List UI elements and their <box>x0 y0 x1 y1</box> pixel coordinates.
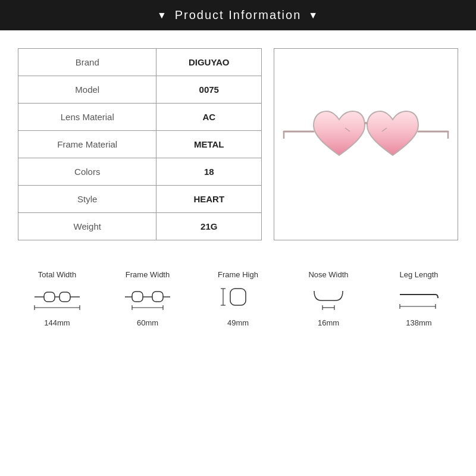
dim-total-width: Total Width 144mm <box>33 270 81 327</box>
table-cell-value: HEART <box>156 186 262 213</box>
table-cell-label: Frame Material <box>18 131 156 158</box>
dim-frame-width-icon <box>124 284 171 314</box>
dim-leg-length-value: 138mm <box>406 318 431 327</box>
dim-total-width-icon <box>33 284 81 314</box>
page-header: ▼ Product Information ▼ <box>0 0 476 30</box>
table-row: Model 0075 <box>18 76 262 104</box>
table-cell-label: Brand <box>18 49 156 76</box>
table-row: Style HEART <box>18 186 262 213</box>
dim-frame-width-label: Frame Width <box>126 270 170 279</box>
table-cell-label: Lens Material <box>18 104 156 131</box>
table-row: Brand DIGUYAO <box>18 49 262 76</box>
dim-nose-width: Nose Width 16mm <box>305 270 352 327</box>
header-title: Product Information <box>175 8 302 22</box>
header-triangle-right: ▼ <box>308 10 319 21</box>
header-triangle-left: ▼ <box>157 10 168 21</box>
table-cell-label: Style <box>18 186 156 213</box>
table-cell-value: 21G <box>156 213 262 240</box>
table-cell-label: Model <box>18 76 156 104</box>
product-info-table: Brand DIGUYAO Model 0075 Lens Material A… <box>18 48 262 240</box>
table-cell-value: AC <box>156 104 262 131</box>
dim-leg-length-label: Leg Length <box>399 270 438 279</box>
svg-rect-13 <box>132 292 143 302</box>
table-row: Frame Material METAL <box>18 131 262 158</box>
product-image <box>283 85 449 204</box>
dim-nose-width-label: Nose Width <box>308 270 348 279</box>
dim-leg-length-icon <box>395 284 443 314</box>
dim-nose-width-icon <box>305 284 352 314</box>
dimensions-section: Total Width 144mm Frame Width <box>0 258 476 333</box>
dim-frame-width-value: 60mm <box>137 318 158 327</box>
table-cell-value: METAL <box>156 131 262 158</box>
svg-rect-18 <box>230 289 246 305</box>
svg-rect-9 <box>60 292 70 302</box>
table-row: Weight 21G <box>18 213 262 240</box>
table-row: Lens Material AC <box>18 104 262 131</box>
dim-total-width-label: Total Width <box>38 270 76 279</box>
table-cell-value: 18 <box>156 158 262 186</box>
dim-frame-high-icon <box>214 284 262 314</box>
svg-rect-15 <box>152 292 163 302</box>
table-cell-label: Colors <box>18 158 156 186</box>
dim-frame-high-value: 49mm <box>227 318 249 327</box>
table-cell-value: 0075 <box>156 76 262 104</box>
main-content: Brand DIGUYAO Model 0075 Lens Material A… <box>0 30 476 252</box>
dim-total-width-value: 144mm <box>44 318 70 327</box>
dim-frame-high: Frame High 49mm <box>214 270 262 327</box>
product-image-section <box>274 48 458 240</box>
svg-rect-7 <box>44 292 55 302</box>
table-row: Colors 18 <box>18 158 262 186</box>
table-cell-value: DIGUYAO <box>156 49 262 76</box>
dim-frame-width: Frame Width 60mm <box>124 270 171 327</box>
product-info-table-section: Brand DIGUYAO Model 0075 Lens Material A… <box>18 48 262 240</box>
dim-leg-length: Leg Length 138mm <box>395 270 443 327</box>
table-cell-label: Weight <box>18 213 156 240</box>
dim-frame-high-label: Frame High <box>218 270 258 279</box>
dim-nose-width-value: 16mm <box>318 318 339 327</box>
